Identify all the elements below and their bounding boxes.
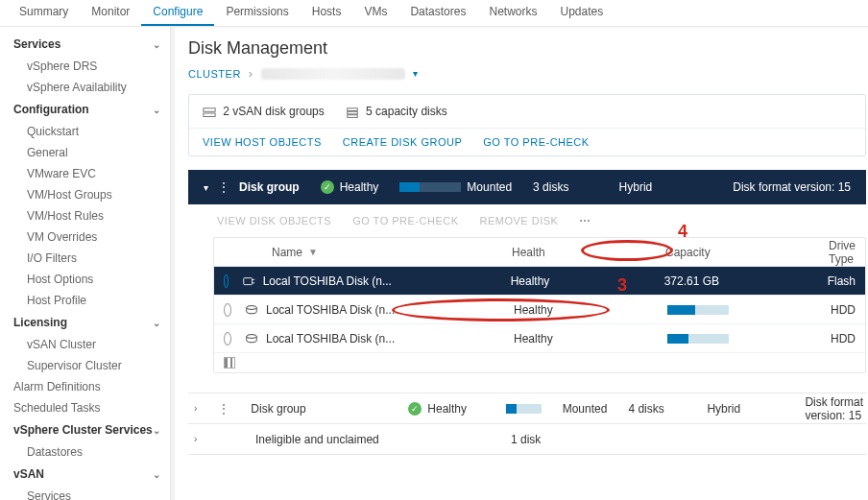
view-host-objects-link[interactable]: VIEW HOST OBJECTS: [203, 136, 322, 148]
sidebar-item-datastores[interactable]: Datastores: [0, 441, 170, 463]
sidebar-item-alarm-definitions[interactable]: Alarm Definitions: [0, 376, 170, 397]
disk-actions-row: VIEW DISK OBJECTSGO TO PRE-CHECKREMOVE D…: [188, 204, 866, 237]
view-disk-objects-button[interactable]: VIEW DISK OBJECTS: [217, 215, 331, 226]
health-status: ✓ Healthy: [321, 180, 379, 194]
svg-rect-0: [204, 108, 215, 112]
disk-name: Local TOSHIBA Disk (n...: [263, 274, 392, 288]
column-health[interactable]: Health: [512, 246, 665, 259]
remove-disk-button[interactable]: REMOVE DISK: [480, 215, 559, 226]
sidebar-item-scheduled-tasks[interactable]: Scheduled Tasks: [0, 397, 170, 418]
svg-rect-5: [243, 277, 252, 284]
sort-icon: ▼: [308, 247, 318, 257]
column-name-text: Name: [272, 246, 302, 259]
row-radio[interactable]: [224, 303, 231, 317]
sidebar-section-vsan[interactable]: vSAN⌄: [0, 463, 170, 486]
check-circle-icon: ✓: [408, 402, 422, 416]
sidebar-section-configuration[interactable]: Configuration⌄: [0, 98, 170, 121]
expand-arrow-icon[interactable]: ›: [194, 434, 207, 444]
tab-permissions[interactable]: Permissions: [214, 0, 300, 26]
table-row[interactable]: Local TOSHIBA Disk (n...Healthy372.61 GB…: [214, 267, 865, 296]
tab-monitor[interactable]: Monitor: [80, 0, 141, 26]
sidebar-section-services[interactable]: Services⌄: [0, 33, 170, 56]
table-row[interactable]: Local TOSHIBA Disk (n...HealthyHDD: [214, 324, 865, 353]
row-radio[interactable]: [224, 332, 231, 345]
cell-name: Local TOSHIBA Disk (n...: [245, 303, 514, 317]
summary-row[interactable]: ›⋮Disk group✓HealthyMounted4 disksHybrid…: [188, 393, 866, 424]
column-picker-icon[interactable]: [224, 357, 235, 369]
chevron-right-icon: ›: [249, 66, 253, 81]
summary-title: Disk group: [251, 402, 387, 416]
column-drive-type[interactable]: Drive Type: [829, 239, 856, 266]
chevron-down-icon: ⌄: [153, 39, 160, 50]
row-menu-icon[interactable]: ⋮: [218, 180, 229, 194]
cell-drive-type: HDD: [831, 303, 856, 317]
sidebar-item-i-o-filters[interactable]: I/O Filters: [0, 248, 170, 269]
sidebar-item-vsan-cluster[interactable]: vSAN Cluster: [0, 334, 170, 355]
cell-drive-type: HDD: [831, 332, 856, 345]
breadcrumb-current-redacted[interactable]: [261, 68, 405, 80]
sidebar-item-quickstart[interactable]: Quickstart: [0, 121, 170, 142]
raid-type: Hybrid: [707, 402, 784, 416]
summary-title: Ineligible and unclaimed: [255, 433, 392, 446]
disk-group-icon: [203, 107, 216, 118]
chevron-down-icon: ⌄: [153, 105, 160, 115]
tab-datastores[interactable]: Datastores: [398, 0, 477, 26]
card-actions: VIEW HOST OBJECTSCREATE DISK GROUPGO TO …: [189, 129, 865, 155]
card-info-row: 2 vSAN disk groups 5 capacity disks: [189, 95, 865, 129]
cell-capacity: 372.61 GB: [664, 274, 828, 288]
svg-rect-1: [204, 113, 215, 117]
svg-rect-2: [347, 108, 357, 111]
cell-health: Healthy: [514, 332, 667, 345]
table-header: Name ▼ Health Capacity Drive Type: [214, 238, 865, 267]
more-actions-icon[interactable]: ⋯: [579, 214, 591, 227]
disk-name: Local TOSHIBA Disk (n...: [266, 303, 395, 317]
table-row[interactable]: Local TOSHIBA Disk (n...HealthyHDD: [214, 296, 865, 324]
capacity-disks-text: 5 capacity disks: [366, 105, 447, 118]
tab-vms[interactable]: VMs: [352, 0, 398, 26]
row-menu-icon[interactable]: ⋮: [218, 402, 229, 416]
sidebar-item-vm-host-groups[interactable]: VM/Host Groups: [0, 184, 170, 205]
usage-bar: [506, 404, 541, 414]
disk-groups-count-text: 2 vSAN disk groups: [223, 105, 324, 118]
content-area: Services⌄vSphere DRSvSphere Availability…: [0, 27, 868, 500]
expand-arrow-icon[interactable]: ›: [194, 403, 197, 414]
sidebar-item-host-profile[interactable]: Host Profile: [0, 290, 170, 311]
tab-hosts[interactable]: Hosts: [301, 0, 353, 26]
flash-disk-icon: [242, 275, 255, 287]
sidebar-item-vm-host-rules[interactable]: VM/Host Rules: [0, 205, 170, 226]
go-to-pre-check-link[interactable]: GO TO PRE-CHECK: [483, 136, 589, 148]
sidebar-item-vsphere-availability[interactable]: vSphere Availability: [0, 77, 170, 98]
sidebar-item-vmware-evc[interactable]: VMware EVC: [0, 163, 170, 184]
column-capacity[interactable]: Capacity: [665, 246, 829, 259]
sidebar-item-general[interactable]: General: [0, 142, 170, 163]
check-circle-icon: ✓: [321, 180, 334, 194]
health-text: Healthy: [340, 180, 379, 194]
disks-count: 4 disks: [628, 402, 686, 416]
sidebar-section-vsphere-cluster-services[interactable]: vSphere Cluster Services⌄: [0, 418, 170, 441]
sidebar-item-services[interactable]: Services: [0, 486, 170, 500]
sidebar-item-host-options[interactable]: Host Options: [0, 269, 170, 290]
tab-summary[interactable]: Summary: [8, 0, 80, 26]
tab-configure[interactable]: Configure: [141, 0, 214, 26]
create-disk-group-link[interactable]: CREATE DISK GROUP: [343, 136, 462, 148]
sidebar-item-vsphere-drs[interactable]: vSphere DRS: [0, 56, 170, 77]
summary-row[interactable]: ›Ineligible and unclaimed1 disk: [188, 424, 866, 455]
sidebar: Services⌄vSphere DRSvSphere Availability…: [0, 27, 171, 500]
capacity-bar: [667, 305, 729, 315]
tab-updates[interactable]: Updates: [548, 0, 615, 26]
mounted-label: Mounted: [467, 180, 512, 194]
sidebar-item-vm-overrides[interactable]: VM Overrides: [0, 226, 170, 248]
sidebar-section-licensing[interactable]: Licensing⌄: [0, 311, 170, 334]
raid-type: Hybrid: [619, 180, 653, 194]
sidebar-item-supervisor-cluster[interactable]: Supervisor Cluster: [0, 355, 170, 376]
breadcrumb-root[interactable]: CLUSTER: [188, 68, 241, 80]
chevron-down-icon[interactable]: ▾: [413, 68, 419, 79]
top-tabs: SummaryMonitorConfigurePermissionsHostsV…: [0, 0, 868, 27]
tab-networks[interactable]: Networks: [477, 0, 548, 26]
cell-name: Local TOSHIBA Disk (n...: [245, 332, 514, 345]
go-to-pre-check-button[interactable]: GO TO PRE-CHECK: [352, 215, 458, 226]
capacity-bar: [667, 334, 729, 344]
collapse-arrow-icon[interactable]: ▾: [204, 182, 208, 193]
column-name[interactable]: Name ▼: [243, 246, 512, 259]
row-radio[interactable]: [224, 274, 229, 288]
